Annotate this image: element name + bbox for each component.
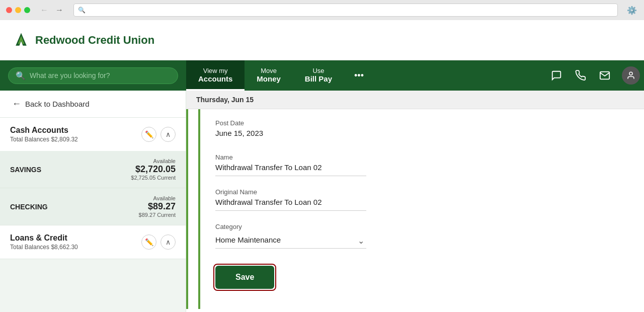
search-box[interactable]: 🔍 What are you looking for?: [8, 67, 178, 84]
post-date-field: Post Date June 15, 2023: [215, 119, 366, 141]
save-button[interactable]: Save: [215, 266, 274, 289]
browser-back-btn[interactable]: ←: [38, 4, 50, 16]
save-button-wrapper: Save: [215, 266, 274, 289]
cash-accounts-header: Cash Accounts Total Balances $2,809.32 ✏…: [0, 118, 186, 151]
original-name-field: Original Name Withdrawal Transfer To Loa…: [215, 188, 366, 211]
savings-balances: Available $2,720.05 $2,725.05 Current: [131, 158, 176, 181]
logo-icon: [12, 31, 30, 49]
back-arrow-icon: ←: [12, 99, 21, 109]
search-placeholder: What are you looking for?: [30, 71, 110, 80]
savings-account-name: SAVINGS: [10, 166, 41, 174]
browser-actions: ⚙️: [626, 4, 638, 16]
back-to-dashboard-btn[interactable]: ← Back to Dashboard: [0, 91, 186, 118]
search-icon: 🔍: [16, 71, 26, 81]
chat-icon-btn[interactable]: [545, 60, 568, 91]
loans-credit-title-area: Loans & Credit Total Balances $8,662.30: [10, 233, 78, 251]
loans-credit-title: Loans & Credit: [10, 233, 78, 243]
loans-credit-group: Loans & Credit Total Balances $8,662.30 …: [0, 225, 186, 259]
original-name-label: Original Name: [215, 188, 366, 196]
nav-label-top-bill: Use: [312, 67, 324, 74]
cash-accounts-title: Cash Accounts: [10, 126, 78, 135]
name-value[interactable]: Withdrawal Transfer To Loan 02: [215, 163, 366, 176]
post-date-value: June 15, 2023: [215, 129, 366, 141]
name-field: Name Withdrawal Transfer To Loan 02: [215, 153, 366, 176]
browser-chrome: ← → 🔍 ⚙️: [0, 0, 644, 20]
nav-items: View my Accounts Move Money Use Bill Pay…: [186, 60, 545, 91]
category-label: Category: [215, 223, 366, 230]
checking-available-label: Available: [139, 195, 176, 201]
sidebar: ← Back to Dashboard Cash Accounts Total …: [0, 91, 186, 312]
loans-credit-header: Loans & Credit Total Balances $8,662.30 …: [0, 225, 186, 259]
phone-icon-btn[interactable]: [570, 60, 592, 91]
browser-search-icon: 🔍: [78, 7, 86, 14]
savings-account-item[interactable]: SAVINGS Available $2,720.05 $2,725.05 Cu…: [0, 151, 186, 188]
checking-account-name: CHECKING: [10, 203, 48, 211]
dot-green: [24, 7, 30, 13]
cash-accounts-group: Cash Accounts Total Balances $2,809.32 ✏…: [0, 118, 186, 225]
checking-balances: Available $89.27 $89.27 Current: [139, 195, 176, 218]
nav-label-bottom-money: Money: [257, 74, 281, 83]
browser-addressbar: 🔍: [73, 4, 618, 17]
savings-available-label: Available: [131, 158, 176, 164]
mail-icon-btn[interactable]: [594, 60, 616, 91]
header-area: Redwood Credit Union: [0, 20, 644, 60]
checking-available-amount: $89.27: [139, 201, 176, 212]
checking-account-item[interactable]: CHECKING Available $89.27 $89.27 Current: [0, 188, 186, 225]
app-container: Redwood Credit Union 🔍 What are you look…: [0, 20, 644, 312]
svg-point-2: [629, 72, 632, 75]
cash-accounts-actions: ✏️ ∧: [141, 127, 176, 142]
nav-label-bottom-accounts: Accounts: [198, 74, 232, 83]
category-field: Category Home Maintenance Auto & Transpo…: [215, 223, 366, 249]
nav-label-bottom-bill: Bill Pay: [305, 74, 332, 83]
category-select-container: Home Maintenance Auto & Transport Food &…: [215, 232, 366, 249]
nav-item-view-accounts[interactable]: View my Accounts: [186, 60, 245, 91]
savings-available-amount: $2,720.05: [131, 164, 176, 175]
logo-text: Redwood Credit Union: [35, 34, 154, 47]
content-area: ← Back to Dashboard Cash Accounts Total …: [0, 91, 644, 312]
savings-current: $2,725.05 Current: [131, 175, 176, 181]
browser-dots: [6, 7, 30, 13]
loans-credit-collapse-btn[interactable]: ∧: [160, 235, 176, 250]
main-content: Thursday, Jun 15 Post Date June 15, 2023…: [186, 91, 644, 312]
detail-panel: Post Date June 15, 2023 Name Withdrawal …: [186, 109, 644, 309]
cash-accounts-title-area: Cash Accounts Total Balances $2,809.32: [10, 126, 78, 143]
original-name-value: Withdrawal Transfer To Loan 02: [215, 198, 366, 211]
nav-item-bill-pay[interactable]: Use Bill Pay: [293, 60, 344, 91]
nav-item-move-money[interactable]: Move Money: [245, 60, 293, 91]
name-label: Name: [215, 153, 366, 161]
green-accent-bar: [186, 109, 188, 309]
browser-refresh-btn[interactable]: ⚙️: [626, 4, 638, 16]
transaction-date-header: Thursday, Jun 15: [186, 91, 644, 109]
category-select[interactable]: Home Maintenance Auto & Transport Food &…: [215, 232, 366, 249]
cash-accounts-edit-btn[interactable]: ✏️: [141, 127, 156, 142]
user-icon-btn[interactable]: [622, 66, 640, 85]
logo-container: Redwood Credit Union: [12, 31, 154, 49]
back-label: Back to Dashboard: [25, 100, 90, 108]
nav-label-top-accounts: View my: [203, 67, 228, 74]
cash-accounts-subtitle: Total Balances $2,809.32: [10, 136, 78, 143]
checking-current: $89.27 Current: [139, 212, 176, 218]
cash-accounts-collapse-btn[interactable]: ∧: [160, 127, 176, 142]
loans-credit-actions: ✏️ ∧: [141, 235, 176, 250]
loans-credit-edit-btn[interactable]: ✏️: [141, 235, 156, 250]
dot-red: [6, 7, 12, 13]
browser-forward-btn[interactable]: →: [53, 4, 65, 16]
navbar: 🔍 What are you looking for? View my Acco…: [0, 60, 644, 91]
nav-label-top-money: Move: [261, 67, 277, 74]
dot-yellow: [15, 7, 21, 13]
loans-credit-subtitle: Total Balances $8,662.30: [10, 244, 78, 251]
transaction-detail: Post Date June 15, 2023 Name Withdrawal …: [198, 109, 381, 309]
nav-icons: [545, 60, 644, 91]
post-date-label: Post Date: [215, 119, 366, 127]
nav-more[interactable]: •••: [344, 60, 374, 91]
search-area: 🔍 What are you looking for?: [0, 60, 186, 91]
browser-nav: ← →: [38, 4, 65, 16]
